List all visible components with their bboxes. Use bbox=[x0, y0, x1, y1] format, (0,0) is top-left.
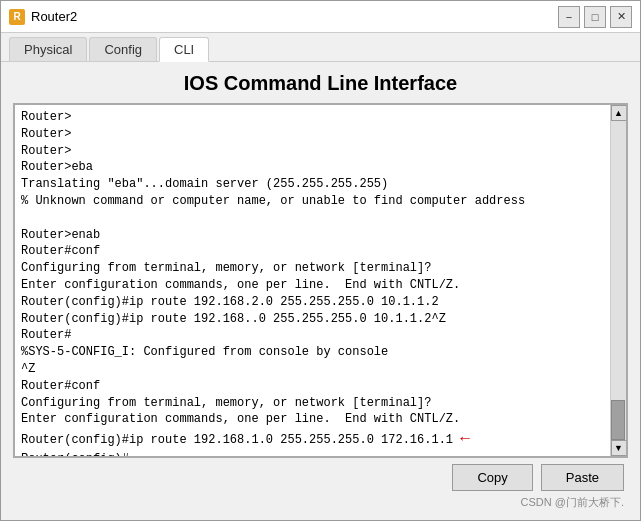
paste-button[interactable]: Paste bbox=[541, 464, 624, 491]
cli-wrapper: Router> Router> Router> Router>eba Trans… bbox=[13, 103, 628, 458]
tab-bar: Physical Config CLI bbox=[1, 33, 640, 62]
close-button[interactable]: ✕ bbox=[610, 6, 632, 28]
scrollbar[interactable]: ▲ ▼ bbox=[610, 105, 626, 456]
app-icon: R bbox=[9, 9, 25, 25]
copy-button[interactable]: Copy bbox=[452, 464, 532, 491]
scroll-down-button[interactable]: ▼ bbox=[611, 440, 627, 456]
panel-title: IOS Command Line Interface bbox=[13, 72, 628, 95]
tab-cli[interactable]: CLI bbox=[159, 37, 209, 62]
bottom-bar: Copy Paste bbox=[13, 458, 628, 495]
title-bar: R Router2 − □ ✕ bbox=[1, 1, 640, 33]
window-title: Router2 bbox=[31, 9, 558, 24]
maximize-button[interactable]: □ bbox=[584, 6, 606, 28]
minimize-button[interactable]: − bbox=[558, 6, 580, 28]
scroll-thumb[interactable] bbox=[611, 400, 625, 440]
scroll-up-button[interactable]: ▲ bbox=[611, 105, 627, 121]
tab-physical[interactable]: Physical bbox=[9, 37, 87, 61]
main-window: R Router2 − □ ✕ Physical Config CLI IOS … bbox=[0, 0, 641, 521]
watermark: CSDN @门前大桥下. bbox=[13, 495, 628, 512]
cli-terminal[interactable]: Router> Router> Router> Router>eba Trans… bbox=[15, 105, 610, 456]
tab-config[interactable]: Config bbox=[89, 37, 157, 61]
main-content: IOS Command Line Interface Router> Route… bbox=[1, 62, 640, 520]
scroll-track[interactable] bbox=[611, 121, 626, 440]
window-controls: − □ ✕ bbox=[558, 6, 632, 28]
